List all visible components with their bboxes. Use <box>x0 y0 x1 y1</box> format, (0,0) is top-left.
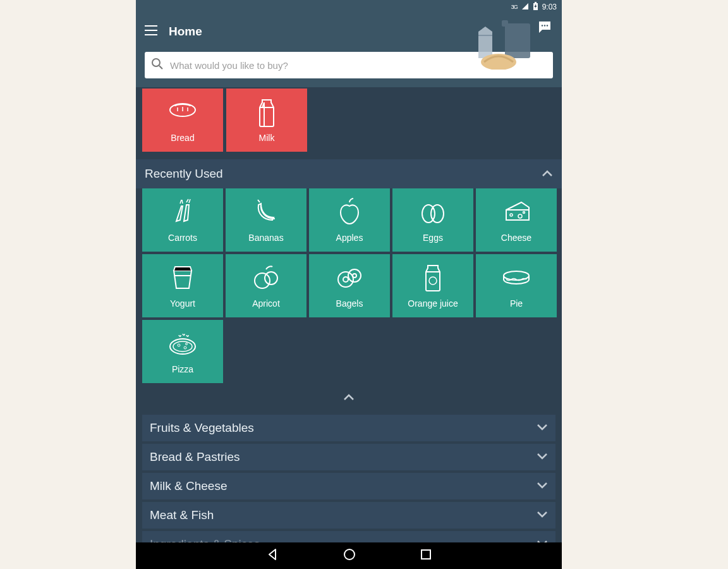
item-tile-carrots[interactable]: Carrots <box>142 188 223 252</box>
system-nav-bar <box>136 542 562 569</box>
search-input[interactable] <box>170 60 547 71</box>
item-label: Milk <box>259 133 275 143</box>
category-row[interactable]: Ingredients & Spices <box>142 531 555 542</box>
item-label: Bagels <box>336 298 363 309</box>
svg-point-5 <box>547 25 548 26</box>
category-row[interactable]: Fruits & Vegetables <box>142 415 555 441</box>
item-tile-eggs[interactable]: Eggs <box>392 188 473 252</box>
item-label: Bread <box>171 133 194 143</box>
category-title: Fruits & Vegetables <box>150 421 254 435</box>
eggs-icon <box>418 197 448 228</box>
signal-icon <box>521 3 529 12</box>
recently-used-header[interactable]: Recently Used <box>136 159 562 188</box>
svg-point-6 <box>152 59 160 66</box>
status-bar: 3G 9:03 <box>136 0 562 14</box>
item-label: Cheese <box>501 233 531 243</box>
app-bar: Home <box>136 14 562 87</box>
page-title: Home <box>169 25 202 39</box>
category-title: Bread & Pastries <box>150 450 240 464</box>
categories-list: Fruits & VegetablesBread & PastriesMilk … <box>136 415 562 542</box>
cheese-icon <box>501 197 531 228</box>
item-label: Eggs <box>423 233 443 243</box>
pizza-icon <box>167 329 198 359</box>
category-title: Ingredients & Spices <box>150 537 260 542</box>
recently-used-section: Recently Used <box>136 159 562 188</box>
section-title: Recently Used <box>145 167 223 181</box>
overview-button[interactable] <box>420 548 432 563</box>
item-label: Carrots <box>168 233 197 243</box>
item-label: Orange juice <box>408 298 458 309</box>
svg-point-3 <box>542 25 543 26</box>
apricot-icon <box>251 263 281 293</box>
item-tile-apricot[interactable]: Apricot <box>226 254 306 317</box>
back-button[interactable] <box>265 548 279 564</box>
chevron-down-icon <box>537 480 548 492</box>
chat-button[interactable] <box>538 20 552 37</box>
network-indicator: 3G <box>511 4 518 10</box>
item-tile-pie[interactable]: Pie <box>476 254 557 317</box>
item-tile-cheese[interactable]: Cheese <box>476 188 557 252</box>
item-label: Apples <box>336 233 363 243</box>
chevron-down-icon <box>537 451 548 463</box>
bananas-icon <box>251 197 281 228</box>
item-label: Apricot <box>252 298 280 309</box>
pie-icon <box>501 263 531 293</box>
svg-rect-8 <box>422 550 430 559</box>
item-tile-pizza[interactable]: Pizza <box>142 320 223 383</box>
home-button[interactable] <box>343 548 356 564</box>
chevron-down-icon <box>537 510 548 521</box>
item-tile-bagels[interactable]: Bagels <box>309 254 390 317</box>
category-title: Meat & Fish <box>150 508 214 522</box>
item-tile-apple[interactable]: Apples <box>309 188 390 252</box>
item-label: Pizza <box>172 364 193 374</box>
menu-button[interactable] <box>145 25 157 38</box>
category-title: Milk & Cheese <box>150 479 228 493</box>
svg-point-4 <box>544 25 545 26</box>
item-tile-yogurt[interactable]: Yogurt <box>142 254 223 317</box>
recently-used-grid: CarrotsBananasApplesEggsCheeseYogurtApri… <box>136 188 562 388</box>
item-tile-milk[interactable]: Milk <box>226 89 307 152</box>
device-frame: 3G 9:03 Home <box>136 0 562 569</box>
item-label: Bananas <box>248 233 283 243</box>
milk-icon <box>252 97 282 128</box>
category-row[interactable]: Milk & Cheese <box>142 473 555 499</box>
item-label: Yogurt <box>170 298 195 309</box>
bagels-icon <box>334 263 365 293</box>
apple-icon <box>334 197 365 228</box>
search-bar[interactable] <box>145 52 553 78</box>
main-scroll[interactable]: BreadMilk Recently Used CarrotsBananasAp… <box>136 82 562 542</box>
item-tile-oj[interactable]: Orange juice <box>392 254 473 317</box>
item-label: Pie <box>510 298 523 309</box>
yogurt-icon <box>167 263 198 293</box>
svg-point-7 <box>344 549 355 560</box>
collapse-button[interactable] <box>136 388 562 410</box>
clock: 9:03 <box>542 3 557 11</box>
bread-icon <box>167 97 198 128</box>
selected-items-row: BreadMilk <box>136 82 562 158</box>
search-icon <box>151 58 164 73</box>
chevron-up-icon <box>343 392 355 403</box>
category-row[interactable]: Meat & Fish <box>142 502 555 529</box>
item-tile-bananas[interactable]: Bananas <box>226 188 306 252</box>
chevron-down-icon <box>537 422 548 434</box>
carrots-icon <box>167 197 198 228</box>
category-row[interactable]: Bread & Pastries <box>142 444 555 470</box>
battery-icon <box>533 2 538 13</box>
oj-icon <box>418 263 448 293</box>
item-tile-bread[interactable]: Bread <box>142 89 223 152</box>
chevron-up-icon <box>542 168 553 180</box>
